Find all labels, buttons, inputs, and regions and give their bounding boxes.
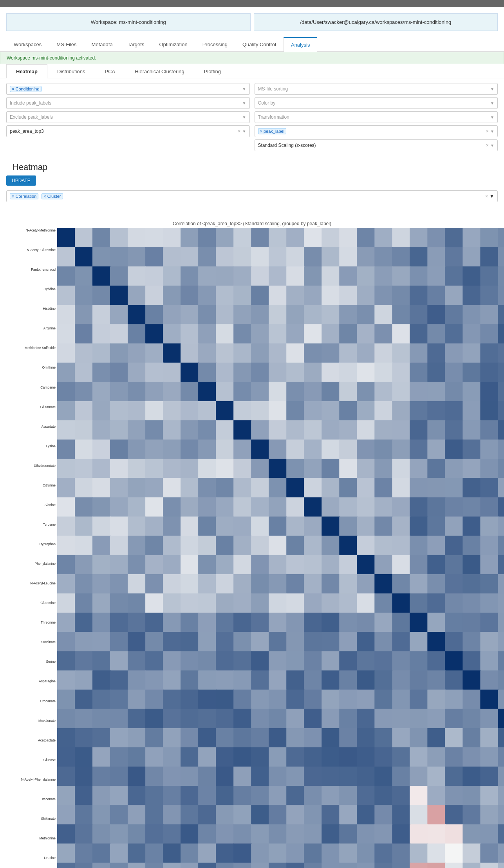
svg-rect-1046 (75, 593, 93, 613)
svg-rect-937 (92, 555, 111, 575)
svg-rect-725 (233, 478, 252, 498)
svg-rect-346 (339, 344, 358, 363)
tab-quality-control[interactable]: Quality Control (235, 37, 284, 52)
svg-rect-349 (392, 344, 410, 363)
svg-rect-1441 (251, 728, 269, 748)
svg-rect-1277 (269, 671, 287, 691)
color-by-select[interactable]: Color by ▼ (255, 97, 498, 109)
heatmap-type-select[interactable]: × Correlation × Cluster × ▼ (6, 190, 498, 202)
svg-rect-408 (462, 363, 481, 383)
tab-ms-files[interactable]: MS-Files (49, 37, 84, 52)
tab-metadata[interactable]: Metadata (84, 37, 120, 52)
nav-tabs: Workspaces MS-Files Metadata Targets Opt… (0, 37, 504, 52)
svg-rect-1379 (128, 709, 146, 729)
subtab-heatmap[interactable]: Heatmap (6, 64, 47, 78)
svg-rect-996 (163, 574, 181, 594)
peak-label-clear[interactable]: × (486, 128, 489, 134)
tab-processing[interactable]: Processing (195, 37, 235, 52)
svg-rect-168 (110, 286, 128, 306)
correlation-tag[interactable]: × Correlation (10, 193, 38, 199)
svg-rect-666 (163, 459, 181, 479)
svg-rect-1156 (75, 632, 93, 652)
standard-scaling-clear[interactable]: × (486, 143, 489, 148)
peak-label-tag[interactable]: × peak_label (258, 128, 287, 134)
svg-rect-68 (286, 247, 305, 267)
tab-workspaces[interactable]: Workspaces (6, 37, 49, 52)
svg-rect-504 (216, 401, 234, 421)
update-button[interactable]: UPDATE (6, 175, 36, 186)
svg-rect-1163 (198, 632, 217, 652)
tab-targets[interactable]: Targets (120, 37, 152, 52)
include-peak-select[interactable]: Include peak_labels ▼ (6, 97, 250, 109)
subtab-distributions[interactable]: Distributions (47, 64, 95, 78)
svg-rect-1500 (322, 747, 340, 767)
conditioning-tag-remove[interactable]: × (12, 87, 14, 91)
svg-rect-11 (251, 228, 269, 248)
svg-rect-1672 (445, 805, 463, 825)
correlation-remove[interactable]: × (12, 194, 14, 199)
svg-rect-230 (233, 305, 252, 325)
svg-rect-1283 (374, 671, 393, 691)
svg-rect-1339 (392, 690, 410, 710)
conditioning-select[interactable]: × Conditioning ▼ (6, 83, 250, 95)
svg-rect-450 (233, 382, 252, 402)
svg-rect-729 (304, 478, 322, 498)
svg-rect-1011 (427, 574, 446, 594)
svg-rect-1497 (269, 747, 287, 767)
svg-rect-1616 (427, 786, 446, 806)
svg-rect-1779 (392, 844, 410, 864)
ms-file-sort-select[interactable]: MS-file sorting ▼ (255, 83, 498, 95)
svg-rect-514 (392, 401, 410, 421)
svg-rect-1060 (322, 593, 340, 613)
svg-rect-1613 (374, 786, 393, 806)
tab-optimization[interactable]: Optimization (152, 37, 195, 52)
svg-rect-661 (75, 459, 93, 479)
subtab-pca[interactable]: PCA (95, 64, 125, 78)
cluster-remove[interactable]: × (43, 194, 46, 199)
tab-analysis[interactable]: Analysis (284, 37, 317, 52)
svg-rect-845 (410, 517, 428, 537)
svg-rect-1051 (163, 593, 181, 613)
svg-rect-499 (128, 401, 146, 421)
peak-area-clear[interactable]: × (238, 128, 241, 134)
svg-rect-1155 (57, 632, 76, 652)
heatmap-type-clear[interactable]: × (485, 193, 488, 199)
svg-rect-1714 (216, 824, 234, 844)
svg-rect-389 (128, 363, 146, 383)
svg-rect-1817 (92, 863, 111, 868)
transformation-select[interactable]: Transformation ▼ (255, 111, 498, 123)
svg-rect-610 (145, 439, 164, 459)
svg-rect-4 (128, 228, 146, 248)
svg-rect-1719 (304, 824, 322, 844)
svg-rect-953 (374, 555, 393, 575)
svg-rect-1434 (128, 728, 146, 748)
svg-rect-1180 (498, 632, 504, 652)
svg-rect-1049 (128, 593, 146, 613)
conditioning-tag[interactable]: × Conditioning (10, 86, 42, 92)
svg-rect-1773 (286, 844, 305, 864)
svg-rect-170 (145, 286, 164, 306)
standard-scaling-select[interactable]: Standard Scaling (z-scores) × ▼ (255, 139, 498, 151)
controls-section: × Conditioning ▼ Include peak_labels ▼ E… (0, 78, 504, 156)
svg-rect-1830 (322, 863, 340, 868)
svg-rect-63 (198, 247, 217, 267)
svg-rect-1170 (322, 632, 340, 652)
peak-area-select[interactable]: peak_area_top3 × ▼ (6, 125, 250, 137)
svg-rect-1384 (216, 709, 234, 729)
exclude-peak-select[interactable]: Exclude peak_labels ▼ (6, 111, 250, 123)
svg-rect-885 (145, 536, 164, 556)
svg-rect-1174 (392, 632, 410, 652)
svg-rect-828 (110, 517, 128, 537)
svg-rect-627 (445, 439, 463, 459)
svg-rect-330 (57, 344, 76, 363)
svg-rect-335 (145, 344, 164, 363)
svg-rect-171 (163, 286, 181, 306)
svg-rect-1824 (216, 863, 234, 868)
cluster-tag[interactable]: × Cluster (42, 193, 63, 199)
svg-rect-679 (392, 459, 410, 479)
subtab-hierarchical[interactable]: Hierachical Clustering (125, 64, 194, 78)
peak-label-select[interactable]: × peak_label × ▼ (255, 125, 498, 137)
svg-rect-1710 (145, 824, 164, 844)
peak-label-remove[interactable]: × (260, 129, 262, 134)
subtab-plotting[interactable]: Plotting (194, 64, 231, 78)
